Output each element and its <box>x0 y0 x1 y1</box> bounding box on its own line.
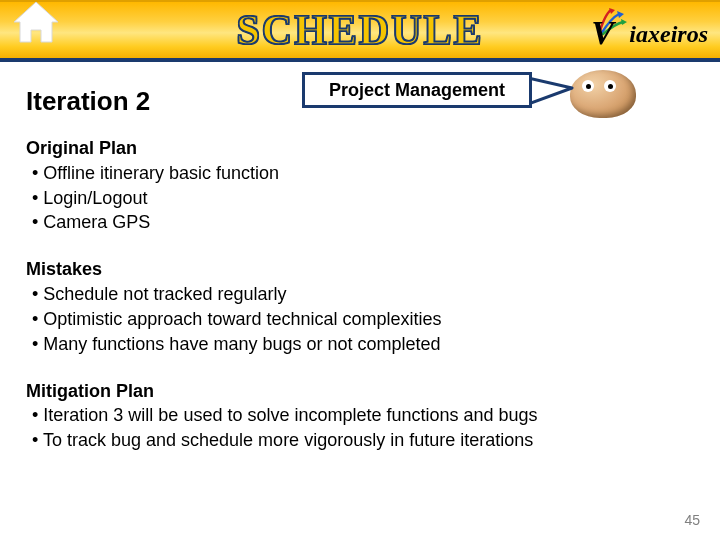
pm-box: Project Management <box>302 72 532 108</box>
pm-label: Project Management <box>329 80 505 101</box>
svg-marker-3 <box>528 78 572 104</box>
list-item: To track bug and schedule more vigorousl… <box>32 428 694 453</box>
header-banner: SCHEDULE V iaxeiros <box>0 0 720 62</box>
cartoon-icon <box>570 70 636 118</box>
svg-marker-2 <box>621 19 627 25</box>
section-mitigation: Mitigation Plan Iteration 3 will be used… <box>26 379 694 453</box>
section-title: Mistakes <box>26 257 694 282</box>
list-item: Offline itinerary basic function <box>32 161 694 186</box>
iteration-label: Iteration 2 <box>26 86 150 117</box>
list-item: Iteration 3 will be used to solve incomp… <box>32 403 694 428</box>
brand-logo: V iaxeiros <box>591 8 708 52</box>
list-item: Login/Logout <box>32 186 694 211</box>
list-item: Many functions have many bugs or not com… <box>32 332 694 357</box>
speech-tail-icon <box>528 74 576 108</box>
section-title: Mitigation Plan <box>26 379 694 404</box>
list-item: Schedule not tracked regularly <box>32 282 694 307</box>
section-mistakes: Mistakes Schedule not tracked regularly … <box>26 257 694 356</box>
section-title: Original Plan <box>26 136 694 161</box>
svg-marker-1 <box>617 11 624 18</box>
subheader: Iteration 2 Project Management <box>0 62 720 122</box>
page-title: SCHEDULE <box>236 6 483 54</box>
section-original-plan: Original Plan Offline itinerary basic fu… <box>26 136 694 235</box>
brand-mark-icon: V <box>591 8 627 52</box>
page-number: 45 <box>684 512 700 528</box>
home-icon <box>8 0 64 50</box>
brand-text: iaxeiros <box>629 21 708 48</box>
list-item: Camera GPS <box>32 210 694 235</box>
list-item: Optimistic approach toward technical com… <box>32 307 694 332</box>
content: Original Plan Offline itinerary basic fu… <box>0 122 720 453</box>
